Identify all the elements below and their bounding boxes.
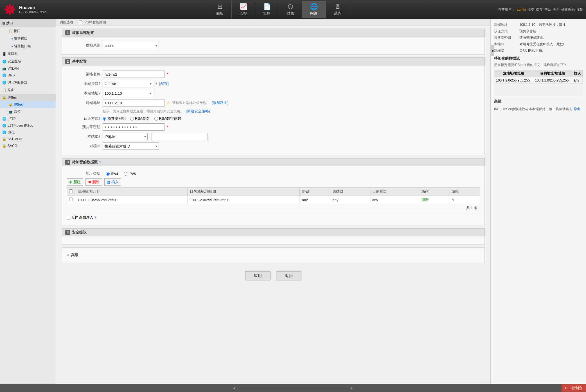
- local-id-value-input[interactable]: [152, 133, 208, 140]
- local-id-select-wrap: IP地址 ▼: [103, 133, 148, 140]
- advanced-expand-row[interactable]: ▼ 高级: [67, 250, 480, 260]
- new-btn[interactable]: ✚ 新建: [67, 178, 83, 186]
- sidebar-item-security-zone[interactable]: 🌐 安全区域: [0, 58, 56, 65]
- reverse-route-row: 反向路由注入 ?: [67, 215, 480, 220]
- apply-button[interactable]: 应用: [245, 271, 271, 280]
- back-button[interactable]: 返回: [276, 271, 301, 280]
- reverse-route-label[interactable]: 反向路由注入 ?: [67, 215, 96, 220]
- radio-ipv6[interactable]: IPv6: [124, 172, 136, 176]
- radio-psk[interactable]: 预共享密钥: [103, 116, 126, 121]
- nav-system[interactable]: 🖥 系统: [326, 1, 349, 18]
- select-all-checkbox[interactable]: [69, 189, 73, 193]
- sidebar-item-ipsec-monitor[interactable]: 📺 监控: [0, 108, 56, 115]
- remote-address-input[interactable]: [103, 99, 164, 107]
- virtual-system-select[interactable]: public: [103, 42, 159, 49]
- local-interface-row: 本端接口? GE1/0/1 ▼ * [配置]: [67, 80, 480, 87]
- insert-btn[interactable]: ▦ 插入: [104, 178, 121, 186]
- sidebar-item-link-interface[interactable]: ● 链路接口: [0, 35, 56, 42]
- logout-link[interactable]: 注销: [576, 7, 583, 12]
- auth-method-row: 认证方式? 预共享密钥 RSA签名: [67, 116, 480, 121]
- traffic-header: 3 待加密的数据流 ?: [62, 158, 484, 166]
- radio-rsa-env-input[interactable]: [154, 117, 158, 121]
- policy-name-input[interactable]: [103, 71, 164, 78]
- radio-ipv4-input[interactable]: [106, 172, 110, 176]
- policy-name-required: *: [167, 72, 168, 76]
- del-btn[interactable]: ✖ 删除: [85, 178, 102, 186]
- group-toggle-icon: ⊟: [2, 21, 5, 25]
- sidebar-item-dns[interactable]: 🌐 DNS: [0, 72, 56, 79]
- brand-name: Huawei: [19, 5, 46, 10]
- radio-rsa[interactable]: RSA签名: [130, 116, 150, 121]
- monitor-icon: 📈: [240, 3, 247, 10]
- virtual-system-title: 虚拟系统配置: [72, 30, 94, 35]
- virtual-system-header: 1 虚拟系统配置: [62, 29, 484, 37]
- rp-local-id-value: 对端可接受任意ID接入，此处E: [519, 42, 583, 47]
- section-num-2: 2: [65, 59, 70, 64]
- l2tp-ipsec-icon: 🌐: [2, 124, 6, 128]
- radio-rsa-input[interactable]: [130, 117, 134, 121]
- sidebar-item-ipsec[interactable]: 🔒 IPSec: [0, 101, 56, 108]
- collapse-panel-btn[interactable]: ◀: [491, 45, 494, 56]
- action-encrypt[interactable]: 加密: [421, 198, 429, 202]
- save-link[interactable]: 保存: [536, 7, 543, 12]
- local-interface-select[interactable]: GE1/0/1: [103, 80, 153, 87]
- cli-button[interactable]: CLI 控制台: [562, 384, 586, 392]
- nav-object[interactable]: ⬡ 对象: [279, 1, 302, 18]
- sidebar-item-l2tp[interactable]: 🌐 L2TP: [0, 115, 56, 122]
- remote-id-select[interactable]: 接受任意对端ID: [103, 142, 159, 150]
- new-policy-link[interactable]: [新建安全策略]: [186, 109, 210, 114]
- radio-psk-input[interactable]: [103, 117, 106, 121]
- network-icon: 🌐: [310, 3, 318, 10]
- radio-rsa-label: RSA签名: [135, 116, 150, 121]
- nav-network[interactable]: 🌐 网络: [302, 1, 326, 18]
- radio-ipv6-input[interactable]: [124, 172, 127, 176]
- sidebar-item-interface-pair[interactable]: 📱 接口对: [0, 50, 56, 58]
- radio-rsa-env[interactable]: RSA数字信封: [154, 116, 181, 121]
- nav-policy[interactable]: 📄 策略: [255, 1, 279, 18]
- radio-ipv4[interactable]: IPv4: [106, 172, 118, 176]
- topbar: Huawei USG6000V1-ENSP ⊞ 面板 📈 监控 📄 策略 ⬡ 对…: [0, 0, 586, 19]
- ipsec-smart-route-option[interactable]: IPSec智能路由: [79, 20, 106, 25]
- sidebar-item-ssl-vpn[interactable]: 🔒 SSL VPN: [0, 136, 56, 142]
- local-address-select[interactable]: 100.1.1.10: [103, 90, 153, 97]
- submit-link[interactable]: 提交: [528, 7, 534, 12]
- sidebar-item-gre[interactable]: 🌐 GRE: [0, 129, 56, 136]
- local-interface-help[interactable]: ?: [98, 82, 100, 86]
- ipsec-smart-route-checkbox[interactable]: [79, 21, 82, 24]
- rp-table-row: 100.1.2.0/255.255.255. 100.1.1.0/255.255…: [494, 77, 583, 84]
- row-checkbox[interactable]: [69, 198, 73, 201]
- sidebar-item-interface[interactable]: 📋 接口: [0, 27, 56, 35]
- nav-monitor-label: 监控: [240, 11, 247, 16]
- help-link[interactable]: 帮助: [544, 7, 551, 12]
- config-link[interactable]: [配置]: [159, 81, 168, 86]
- local-id-help[interactable]: ?: [98, 135, 100, 139]
- psk-input[interactable]: [103, 123, 164, 131]
- rp-adv-link[interactable]: 导出,: [574, 107, 581, 111]
- local-id-type-select[interactable]: IP地址: [103, 133, 148, 140]
- advanced-label: 高级: [71, 253, 78, 258]
- nav-dashboard[interactable]: ⊞ 面板: [208, 1, 232, 18]
- about-link[interactable]: 关于: [553, 7, 560, 12]
- sidebar-item-dhcp[interactable]: 🌐 DHCP服务器: [0, 79, 56, 86]
- dns-label: DNS: [8, 73, 15, 77]
- basic-config-header: 2 基本配置: [62, 58, 484, 65]
- sidebar-group-interface[interactable]: ⊟ 接口: [0, 19, 56, 27]
- edit-icon[interactable]: ✎: [452, 198, 455, 202]
- local-address-help[interactable]: ?: [98, 91, 100, 95]
- sidebar-item-l2tp-over-ipsec[interactable]: 🌐 L2TP over IPSec: [0, 122, 56, 129]
- add-route-link[interactable]: [添加路由]: [212, 100, 228, 105]
- sidebar-item-routing[interactable]: 📋 路由: [0, 86, 56, 94]
- scroll-label: ◄ ──────────────────────────────────────…: [233, 386, 353, 390]
- sidebar-item-vxlan[interactable]: 📺 VXLAN: [0, 65, 56, 72]
- l2tp-ipsec-label: L2TP over IPSec: [8, 124, 33, 128]
- nav-monitor[interactable]: 📈 监控: [232, 1, 255, 18]
- change-pwd-link[interactable]: 修改密码: [561, 7, 575, 12]
- sidebar-item-sacg[interactable]: 🔒 SACG: [0, 142, 56, 149]
- auth-help[interactable]: ?: [98, 117, 100, 121]
- reverse-route-checkbox[interactable]: [67, 216, 70, 219]
- remote-address-row: 对端地址 ⚠ 请检查对端地址或网络。 [添加路由]: [67, 99, 480, 107]
- traffic-help[interactable]: ?: [99, 160, 101, 164]
- reverse-route-help[interactable]: ?: [94, 216, 96, 219]
- sidebar-group-ipsec[interactable]: 🔒 IPSec: [0, 94, 56, 101]
- sidebar-item-link-interface-group[interactable]: ● 链路接口组: [0, 42, 56, 50]
